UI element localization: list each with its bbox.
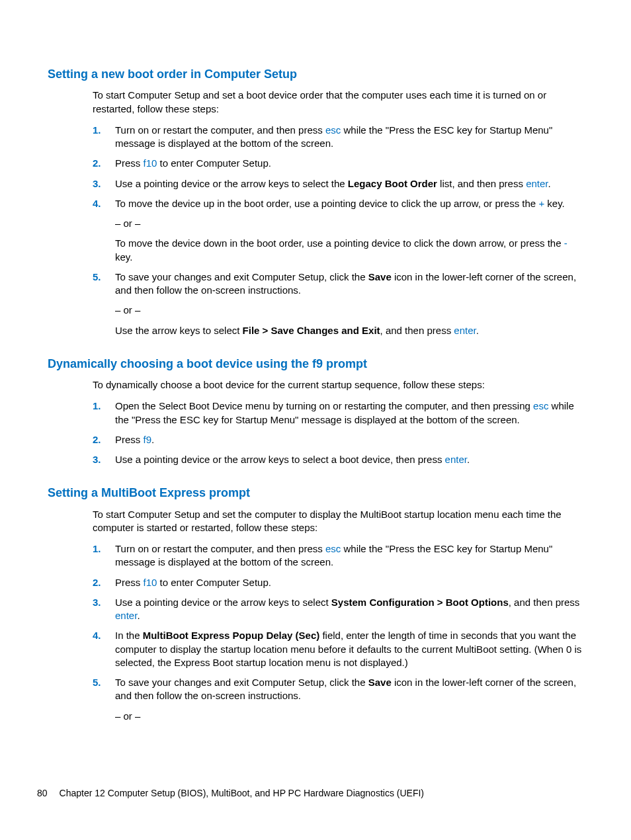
step-body: Turn on or restart the computer, and the… (115, 542, 583, 569)
list-item: 1. Open the Select Boot Device menu by t… (93, 399, 583, 427)
list-item: 4. In the MultiBoot Express Popup Delay … (93, 629, 583, 669)
section-intro: To start Computer Setup and set the comp… (93, 508, 583, 535)
step-body: Use a pointing device or the arrow keys … (115, 453, 583, 466)
key-minus: - (564, 237, 568, 249)
key-f10: f10 (144, 157, 157, 169)
step-number: 1. (93, 399, 115, 427)
step-body: To move the device up in the boot order,… (115, 197, 583, 264)
list-item: 1. Turn on or restart the computer, and … (93, 542, 583, 569)
key-f9: f9 (144, 434, 152, 445)
step-number: 4. (93, 197, 115, 264)
key-esc: esc (325, 124, 341, 136)
step-body: Press f9. (115, 433, 583, 446)
list-item: 2. Press f10 to enter Computer Setup. (93, 157, 583, 170)
step-body: Press f10 to enter Computer Setup. (115, 157, 583, 170)
key-enter: enter (454, 325, 476, 336)
key-enter: enter (115, 610, 137, 621)
list-item: 5. To save your changes and exit Compute… (93, 676, 583, 723)
step-number: 1. (93, 124, 115, 151)
key-enter: enter (526, 178, 548, 189)
list-item: 2. Press f9. (93, 433, 583, 446)
list-item: 4. To move the device up in the boot ord… (93, 197, 583, 264)
key-enter: enter (445, 454, 467, 465)
step-body: Turn on or restart the computer, and the… (115, 124, 583, 151)
list-item: 2. Press f10 to enter Computer Setup. (93, 576, 583, 589)
step-body: To save your changes and exit Computer S… (115, 676, 583, 723)
step-number: 1. (93, 542, 115, 569)
step-list: 1. Turn on or restart the computer, and … (93, 542, 583, 723)
step-body: To save your changes and exit Computer S… (115, 271, 583, 337)
step-list: 1. Turn on or restart the computer, and … (93, 124, 583, 337)
list-item: 5. To save your changes and exit Compute… (93, 271, 583, 337)
step-body: Open the Select Boot Device menu by turn… (115, 399, 583, 427)
step-number: 3. (93, 453, 115, 466)
key-f10: f10 (144, 577, 157, 588)
step-body: Use a pointing device or the arrow keys … (115, 596, 583, 623)
step-number: 3. (93, 177, 115, 190)
step-number: 5. (93, 271, 115, 337)
list-item: 3. Use a pointing device or the arrow ke… (93, 177, 583, 190)
step-number: 4. (93, 629, 115, 669)
or-separator: – or – (115, 217, 583, 230)
section-intro: To start Computer Setup and set a boot d… (93, 89, 583, 116)
step-number: 5. (93, 676, 115, 723)
or-separator: – or – (115, 304, 583, 317)
step-body: Press f10 to enter Computer Setup. (115, 576, 583, 589)
or-separator: – or – (115, 710, 583, 723)
step-body: Use a pointing device or the arrow keys … (115, 177, 583, 190)
step-number: 3. (93, 596, 115, 623)
step-number: 2. (93, 433, 115, 446)
section-heading: Setting a MultiBoot Express prompt (48, 485, 583, 501)
step-list: 1. Open the Select Boot Device menu by t… (93, 399, 583, 466)
step-number: 2. (93, 576, 115, 589)
step-body: In the MultiBoot Express Popup Delay (Se… (115, 629, 583, 669)
key-plus: + (538, 198, 544, 209)
list-item: 1. Turn on or restart the computer, and … (93, 124, 583, 151)
list-item: 3. Use a pointing device or the arrow ke… (93, 453, 583, 466)
key-esc: esc (325, 543, 341, 554)
section-intro: To dynamically choose a boot device for … (93, 378, 583, 392)
section-heading: Setting a new boot order in Computer Set… (48, 66, 583, 82)
step-number: 2. (93, 157, 115, 170)
section-heading: Dynamically choosing a boot device using… (48, 356, 583, 372)
key-esc: esc (533, 400, 548, 411)
list-item: 3. Use a pointing device or the arrow ke… (93, 596, 583, 623)
